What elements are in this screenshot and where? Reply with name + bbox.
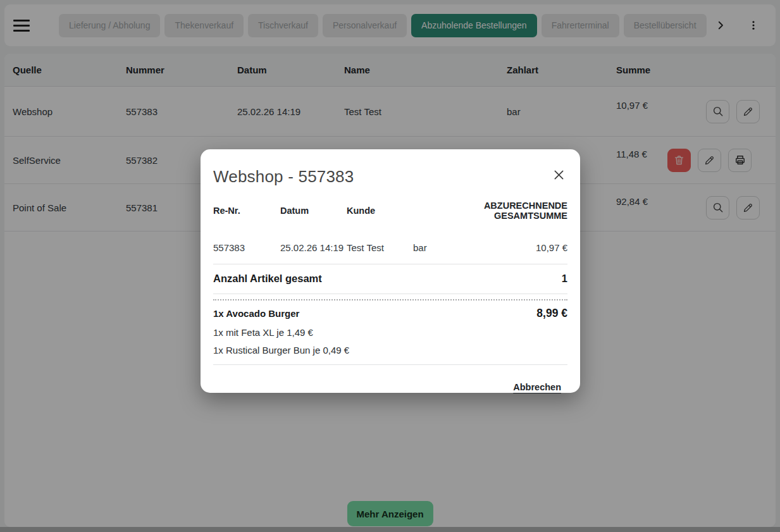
modal-cell-re-nr: 557383 (213, 242, 280, 253)
item-name: 1x Avocado Burger (213, 308, 299, 319)
divider (213, 264, 567, 264)
order-detail-modal: Webshop - 557383 Re-Nr. Datum Kunde ABZU… (201, 149, 580, 393)
modal-title: Webshop - 557383 (213, 167, 354, 187)
order-item: 1x Avocado Burger 8,99 € 1x mit Feta XL … (213, 307, 567, 356)
modal-column-datum: Datum (280, 206, 347, 216)
modal-table-header: Re-Nr. Datum Kunde ABZURECHNENDE GESAMTS… (213, 201, 567, 221)
dotted-divider (213, 299, 567, 300)
item-count-value: 1 (562, 273, 567, 285)
item-count-label: Anzahl Artikel gesamt (213, 273, 322, 285)
modal-cell-kunde: Test Test (347, 242, 413, 253)
divider (213, 294, 567, 294)
close-icon[interactable] (550, 166, 567, 183)
modal-cell-summe: 10,97 € (536, 242, 567, 253)
divider (213, 364, 567, 365)
item-modifier: 1x Rustical Burger Bun je 0,49 € (213, 345, 567, 356)
item-price: 8,99 € (536, 307, 567, 320)
modal-cell-datum: 25.02.26 14:19 (280, 242, 347, 253)
modal-cell-zahlart: bar (413, 242, 427, 253)
pos-app: Lieferung / Abholung Thekenverkauf Tisch… (0, 0, 780, 532)
modal-table-row: 557383 25.02.26 14:19 Test Test bar 10,9… (213, 242, 567, 253)
item-count-row: Anzahl Artikel gesamt 1 (213, 273, 567, 285)
modal-column-re-nr: Re-Nr. (213, 206, 280, 216)
modal-column-gesamtsumme: ABZURECHNENDE GESAMTSUMME (413, 201, 567, 221)
item-modifier: 1x mit Feta XL je 1,49 € (213, 327, 567, 338)
cancel-button[interactable]: Abbrechen (513, 382, 561, 392)
modal-column-kunde: Kunde (347, 206, 413, 216)
